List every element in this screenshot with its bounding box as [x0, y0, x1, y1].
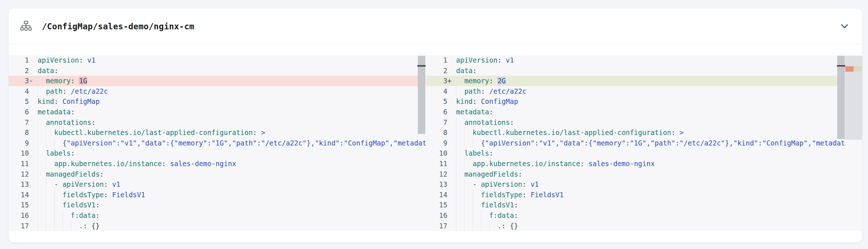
line-number: 16	[426, 210, 447, 221]
diff-sign	[29, 179, 38, 190]
indent-guide	[489, 221, 498, 231]
line-number: 10	[426, 148, 447, 159]
indent-guide	[46, 159, 54, 169]
code-token: kubectl.kubernetes.io/last-applied-confi…	[54, 128, 253, 136]
chevron-down-icon[interactable]	[841, 24, 848, 29]
code-line[interactable]: 16 f:data:	[9, 210, 426, 221]
indent-guide	[464, 179, 473, 190]
diff-sign	[447, 179, 456, 190]
line-number: 17	[426, 221, 447, 231]
code-token: :	[71, 149, 75, 157]
code-token: :	[510, 118, 514, 126]
diff-sign	[447, 96, 456, 107]
code-token: :	[518, 170, 522, 178]
code-line[interactable]: 5kind: ConfigMap	[9, 96, 426, 107]
line-number: 7	[9, 117, 29, 128]
code-line[interactable]: 12 managedFields:	[426, 169, 862, 180]
code-line[interactable]: 13 - apiVersion: v1	[9, 179, 426, 190]
code-text: managedFields:	[38, 169, 426, 180]
diff-sign	[29, 169, 38, 180]
diff-sign	[29, 138, 38, 148]
code-text: managedFields:	[456, 169, 862, 180]
diff-sign	[29, 200, 38, 210]
code-line[interactable]: 12 managedFields:	[9, 169, 426, 180]
indent-guide	[464, 138, 473, 148]
code-line[interactable]: 9 {"apiVersion":"v1","data":{"memory":"1…	[9, 138, 426, 148]
code-line[interactable]: 16 f:data:	[426, 210, 862, 221]
code-line[interactable]: 15 fieldsV1:	[426, 200, 862, 210]
code-text: app.kubernetes.io/instance: sales-demo-n…	[38, 159, 426, 169]
original-pane-scrollbar[interactable]	[417, 55, 426, 231]
code-line[interactable]: 2data:	[426, 66, 862, 76]
code-text: fieldsType: FieldsV1	[456, 190, 862, 200]
diff-sign	[447, 190, 456, 200]
indent-guide	[456, 76, 464, 86]
code-line[interactable]: 13 - apiVersion: v1	[426, 179, 862, 190]
code-line[interactable]: 17 .: {}	[426, 221, 862, 231]
line-number: 15	[9, 200, 29, 210]
code-token: metadata	[38, 108, 71, 116]
diff-sign: -	[29, 76, 38, 86]
code-text: metadata:	[38, 107, 426, 117]
code-line[interactable]: 4 path: /etc/a22c	[9, 86, 426, 97]
scrollbar-thumb[interactable]	[837, 56, 845, 139]
diff-sign	[29, 127, 38, 138]
code-line[interactable]: 11 app.kubernetes.io/instance: sales-dem…	[426, 159, 862, 169]
indent-guide	[456, 179, 464, 190]
scrollbar-thumb[interactable]	[418, 56, 425, 134]
code-line[interactable]: 14 fieldsType: FieldsV1	[426, 190, 862, 200]
code-text: f:data:	[38, 210, 426, 221]
code-line[interactable]: 10 labels:	[426, 148, 862, 159]
code-token: :	[83, 222, 92, 230]
code-line[interactable]: 7 annotations:	[426, 117, 862, 128]
diff-sign	[29, 96, 38, 107]
code-token: :	[514, 201, 518, 209]
code-line[interactable]: 6metadata:	[426, 107, 862, 117]
code-line[interactable]: 17 .: {}	[9, 221, 426, 231]
code-line[interactable]: 14 fieldsType: FieldsV1	[9, 190, 426, 200]
code-text: data:	[456, 66, 862, 76]
line-number: 7	[426, 117, 447, 128]
code-token: :	[489, 108, 493, 116]
code-line[interactable]: 15 fieldsV1:	[9, 200, 426, 210]
code-line[interactable]: 7 annotations:	[9, 117, 426, 128]
indent-guide	[473, 221, 481, 231]
code-text: metadata:	[456, 107, 862, 117]
line-number: 14	[9, 190, 29, 200]
code-token: fieldsV1	[481, 201, 514, 209]
code-line[interactable]: 3- memory: 1G	[9, 76, 426, 86]
code-line[interactable]: 2data:	[9, 66, 426, 76]
code-line[interactable]: 11 app.kubernetes.io/instance: sales-dem…	[9, 159, 426, 169]
indent-guide	[456, 169, 464, 180]
line-number: 1	[9, 55, 29, 66]
code-line[interactable]: 8 kubectl.kubernetes.io/last-applied-con…	[426, 127, 862, 138]
line-number: 4	[9, 86, 29, 97]
code-line[interactable]: 1apiVersion: v1	[426, 55, 862, 66]
modified-pane-scrollbar[interactable]	[837, 55, 845, 231]
code-line[interactable]: 1apiVersion: v1	[9, 55, 426, 66]
line-number: 14	[426, 190, 447, 200]
code-token: :	[489, 149, 493, 157]
code-line[interactable]: 3+ memory: 2G	[426, 76, 862, 86]
code-token: FieldsV1	[112, 191, 145, 199]
code-line[interactable]: 10 labels:	[9, 148, 426, 159]
code-text: memory: 1G	[38, 76, 426, 86]
diff-overview-ruler[interactable]	[845, 55, 862, 231]
code-token: sales-demo-nginx	[170, 160, 236, 168]
code-token: fieldsType	[481, 191, 522, 199]
code-line[interactable]: 5kind: ConfigMap	[426, 96, 862, 107]
code-line[interactable]: 6metadata:	[9, 107, 426, 117]
code-text: apiVersion: v1	[456, 55, 862, 66]
diff-sign	[447, 148, 456, 159]
code-line[interactable]: 8 kubectl.kubernetes.io/last-applied-con…	[9, 127, 426, 138]
indent-guide	[46, 221, 54, 231]
indent-guide	[38, 221, 46, 231]
code-line[interactable]: 4 path: /etc/a22c	[426, 86, 862, 97]
indent-guide	[456, 148, 464, 159]
code-token: :	[71, 77, 79, 85]
code-line[interactable]: 9 {"apiVersion":"v1","data":{"memory":"1…	[426, 138, 862, 148]
code-token: 2G	[497, 77, 506, 85]
code-token: {"apiVersion":"v1","data":{"memory":"1G"…	[63, 139, 426, 147]
indent-guide	[456, 200, 464, 210]
code-token: v1	[506, 56, 514, 64]
